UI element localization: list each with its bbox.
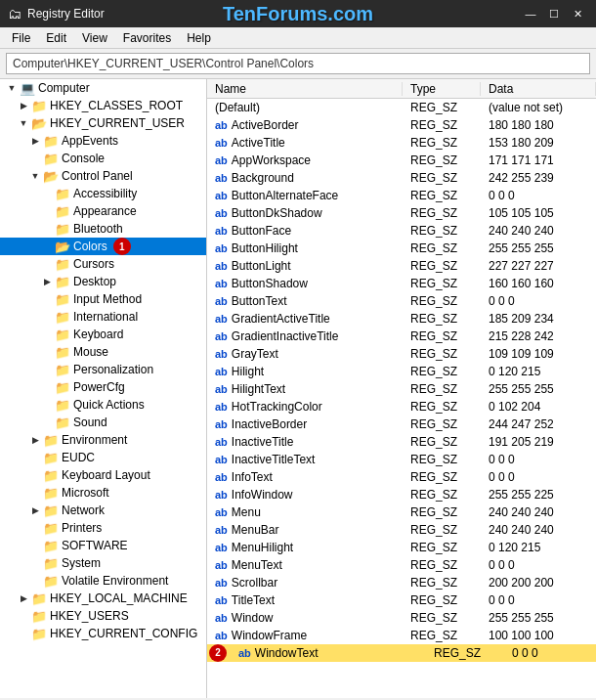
table-row[interactable]: abButtonFaceREG_SZ240 240 240	[207, 222, 596, 240]
table-row[interactable]: abMenuBarREG_SZ240 240 240	[207, 521, 596, 539]
tree-item[interactable]: 📁Printers	[0, 519, 206, 537]
tree-expand-icon[interactable]: ▶	[16, 593, 31, 603]
table-row[interactable]: abAppWorkspaceREG_SZ171 171 171	[207, 152, 596, 169]
table-row[interactable]: abButtonDkShadowREG_SZ105 105 105	[207, 204, 596, 222]
tree-item[interactable]: ▼📂Control Panel	[0, 167, 206, 185]
tree-expand-icon[interactable]: ▼	[4, 83, 20, 93]
menu-item-edit[interactable]: Edit	[38, 27, 74, 48]
tree-item[interactable]: 📁Mouse	[0, 343, 206, 361]
tree-item[interactable]: ▶📁Environment	[0, 431, 206, 449]
tree-item[interactable]: 📁Personalization	[0, 361, 206, 378]
table-row[interactable]: abButtonTextREG_SZ0 0 0	[207, 292, 596, 310]
col-header-name[interactable]: Name	[207, 82, 403, 96]
tree-item[interactable]: ▶📁HKEY_CLASSES_ROOT	[0, 97, 206, 114]
tree-item[interactable]: 📁System	[0, 554, 206, 572]
tree-item[interactable]: ▼📂HKEY_CURRENT_USER	[0, 114, 206, 132]
table-row[interactable]: abButtonLightREG_SZ227 227 227	[207, 257, 596, 275]
col-header-data[interactable]: Data	[481, 82, 596, 96]
table-row[interactable]: abButtonAlternateFaceREG_SZ0 0 0	[207, 187, 596, 204]
cell-data: 240 240 240	[481, 523, 596, 537]
table-row[interactable]: abWindowFrameREG_SZ100 100 100	[207, 627, 596, 644]
maximize-button[interactable]: ☐	[543, 4, 565, 23]
table-row[interactable]: abGrayTextREG_SZ109 109 109	[207, 345, 596, 363]
tree-item[interactable]: ▶📁Network	[0, 502, 206, 519]
tree-expand-icon[interactable]: ▶	[27, 435, 43, 445]
tree-item[interactable]: 📁Cursors	[0, 255, 206, 273]
table-row[interactable]: abInactiveTitleTextREG_SZ0 0 0	[207, 451, 596, 468]
tree-item[interactable]: 📁Keyboard Layout	[0, 466, 206, 484]
reg-sz-icon: ab	[215, 506, 228, 518]
table-row[interactable]: 2abWindowTextREG_SZ0 0 0	[207, 644, 596, 662]
menu-item-view[interactable]: View	[74, 27, 115, 48]
tree-item[interactable]: ▶📁HKEY_LOCAL_MACHINE	[0, 590, 206, 607]
table-row[interactable]: abActiveTitleREG_SZ153 180 209	[207, 134, 596, 152]
cell-type: REG_SZ	[403, 101, 481, 114]
table-row[interactable]: abInactiveTitleREG_SZ191 205 219	[207, 433, 596, 451]
tree-item[interactable]: 📁Microsoft	[0, 484, 206, 502]
reg-sz-icon: ab	[238, 647, 251, 659]
cell-name: abBackground	[207, 171, 403, 185]
entry-name: ButtonHilight	[232, 241, 298, 255]
table-row[interactable]: abInfoTextREG_SZ0 0 0	[207, 468, 596, 486]
table-row[interactable]: abButtonHilightREG_SZ255 255 255	[207, 240, 596, 257]
tree-item[interactable]: ▶📁AppEvents	[0, 132, 206, 150]
table-row[interactable]: abHilightTextREG_SZ255 255 255	[207, 380, 596, 398]
folder-icon: 📁	[55, 345, 70, 360]
tree-expand-icon[interactable]: ▼	[27, 171, 43, 181]
tree-item[interactable]: 📁Sound	[0, 414, 206, 431]
table-row[interactable]: abMenuHilightREG_SZ0 120 215	[207, 539, 596, 556]
table-row[interactable]: abInfoWindowREG_SZ255 255 225	[207, 486, 596, 503]
tree-item[interactable]: 📁Volatile Environment	[0, 572, 206, 590]
tree-expand-icon[interactable]: ▶	[27, 505, 43, 515]
entry-name: Background	[232, 171, 294, 185]
tree-item[interactable]: ▶📁Desktop	[0, 273, 206, 290]
tree-item[interactable]: 📁HKEY_USERS	[0, 607, 206, 625]
close-button[interactable]: ✕	[567, 4, 588, 23]
table-row[interactable]: abActiveBorderREG_SZ180 180 180	[207, 116, 596, 134]
tree-expand-icon[interactable]: ▶	[27, 136, 43, 146]
menu-item-favorites[interactable]: Favorites	[115, 27, 179, 48]
tree-item[interactable]: 📁HKEY_CURRENT_CONFIG	[0, 625, 206, 642]
tree-item[interactable]: 📂Colors1	[0, 238, 206, 255]
tree-expand-icon[interactable]: ▶	[39, 277, 55, 286]
tree-item[interactable]: 📁Quick Actions	[0, 396, 206, 414]
tree-item[interactable]: 📁Console	[0, 150, 206, 167]
entry-name: WindowText	[255, 646, 319, 660]
tree-item[interactable]: 📁EUDC	[0, 449, 206, 466]
entry-name: HotTrackingColor	[232, 400, 322, 414]
tree-label: Cursors	[73, 257, 114, 271]
table-row[interactable]: abHilightREG_SZ0 120 215	[207, 363, 596, 380]
cell-data: 0 120 215	[481, 541, 596, 554]
table-row[interactable]: abGradientActiveTitleREG_SZ185 209 234	[207, 310, 596, 328]
minimize-button[interactable]: —	[520, 4, 541, 23]
table-row[interactable]: abInactiveBorderREG_SZ244 247 252	[207, 416, 596, 433]
cell-data: 242 255 239	[481, 171, 596, 185]
table-row[interactable]: abMenuREG_SZ240 240 240	[207, 503, 596, 521]
tree-expand-icon[interactable]: ▼	[16, 118, 31, 128]
cell-name: abMenu	[207, 505, 403, 519]
table-row[interactable]: abButtonShadowREG_SZ160 160 160	[207, 275, 596, 292]
cell-data: 0 0 0	[481, 453, 596, 466]
tree-item[interactable]: 📁International	[0, 308, 206, 326]
col-header-type[interactable]: Type	[403, 82, 481, 96]
table-row[interactable]: abScrollbarREG_SZ200 200 200	[207, 574, 596, 591]
table-row[interactable]: abBackgroundREG_SZ242 255 239	[207, 169, 596, 187]
cell-name: abButtonAlternateFace	[207, 189, 403, 202]
tree-item[interactable]: 📁Accessibility	[0, 185, 206, 202]
menu-item-help[interactable]: Help	[179, 27, 219, 48]
table-row[interactable]: abMenuTextREG_SZ0 0 0	[207, 556, 596, 574]
tree-item[interactable]: 📁Bluetooth	[0, 220, 206, 238]
table-row[interactable]: abGradientInactiveTitleREG_SZ215 228 242	[207, 328, 596, 345]
tree-item[interactable]: 📁SOFTWARE	[0, 537, 206, 554]
tree-item[interactable]: 📁Keyboard	[0, 326, 206, 343]
tree-expand-icon[interactable]: ▶	[16, 101, 31, 110]
table-row[interactable]: abHotTrackingColorREG_SZ0 102 204	[207, 398, 596, 416]
tree-item[interactable]: 📁PowerCfg	[0, 378, 206, 396]
table-row[interactable]: (Default)REG_SZ(value not set)	[207, 99, 596, 116]
tree-item[interactable]: ▼💻Computer	[0, 79, 206, 97]
table-row[interactable]: abWindowREG_SZ255 255 255	[207, 609, 596, 627]
menu-item-file[interactable]: File	[4, 27, 38, 48]
tree-item[interactable]: 📁Input Method	[0, 290, 206, 308]
tree-item[interactable]: 📁Appearance	[0, 202, 206, 220]
table-row[interactable]: abTitleTextREG_SZ0 0 0	[207, 591, 596, 609]
